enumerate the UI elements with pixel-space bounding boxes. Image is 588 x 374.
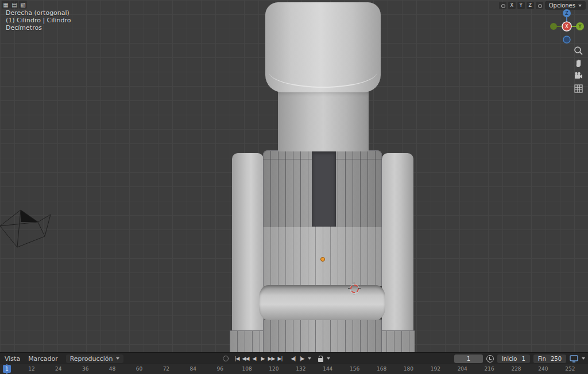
ruler-frame-label: 240 <box>538 366 548 372</box>
prev-keyframe-button[interactable]: ◀◀ <box>242 354 249 363</box>
axis-x-button[interactable]: X <box>508 2 516 9</box>
view-orientation-label: Derecha (ortogonal) <box>6 9 71 17</box>
next-frame-button[interactable]: |▶ <box>298 354 305 363</box>
ruler-frame-label: 168 <box>377 366 386 372</box>
play-button[interactable]: ▶ <box>259 354 266 363</box>
timeline-menus: Vista Marcador Reproducción <box>5 353 123 364</box>
playhead[interactable]: 1 <box>3 365 11 373</box>
current-frame-field[interactable]: 1 <box>454 354 483 363</box>
ruler-frame-label: 72 <box>163 366 169 372</box>
timeline-ruler[interactable]: 1224364860728496108120132144156168180192… <box>0 364 588 374</box>
ruler-frame-label: 84 <box>190 366 196 372</box>
ruler-frame-label: 108 <box>242 366 252 372</box>
ruler-frame-label: 192 <box>431 366 440 372</box>
model-arm-left[interactable] <box>232 153 264 351</box>
play-reverse-button[interactable]: ◀ <box>250 354 258 363</box>
jump-to-end-button[interactable]: ▶| <box>276 354 284 363</box>
blender-window: ▦ ▤ ▧ Derecha (ortogonal) (1) Cilindro |… <box>0 0 588 374</box>
ruler-frame-label: 120 <box>269 366 278 372</box>
snap-icon[interactable] <box>536 2 543 9</box>
zoom-icon[interactable] <box>574 46 583 56</box>
ruler-frame-label: 132 <box>296 366 305 372</box>
jump-to-start-button[interactable]: |◀ <box>233 354 241 363</box>
units-label: Decímetros <box>6 24 71 32</box>
model-neck-cylinder[interactable] <box>278 90 369 151</box>
cursor-3d[interactable] <box>349 283 359 294</box>
ruler-frame-label: 96 <box>216 366 223 372</box>
viewport-overlay-text: Derecha (ortogonal) (1) Cilindro | Cilin… <box>6 9 71 32</box>
model-body-mesh-low[interactable] <box>263 320 382 352</box>
model-arm-right[interactable] <box>382 153 413 351</box>
ruler-frame-label: 144 <box>323 366 332 372</box>
ruler-frame-label: 216 <box>485 366 494 372</box>
ruler-frame-label: 36 <box>82 366 88 372</box>
axis-z-button[interactable]: Z <box>527 2 534 9</box>
pan-hand-icon[interactable] <box>574 59 583 68</box>
ruler-frame-label: 48 <box>109 366 115 372</box>
chevron-down-icon <box>116 357 119 360</box>
clock-icon[interactable] <box>486 355 494 363</box>
start-frame-field[interactable]: Inicio 1 <box>497 354 530 363</box>
end-frame-field[interactable]: Fin 250 <box>533 354 566 363</box>
grid-toggle-icon[interactable] <box>574 84 583 94</box>
masks-icon[interactable]: ▧ <box>19 1 27 9</box>
playback-controls: |◀◀◀◀▶▶▶▶| ◀||▶ <box>223 353 330 364</box>
model-collar-ring[interactable] <box>259 285 385 320</box>
ruler-frame-label: 156 <box>350 366 359 372</box>
next-keyframe-button[interactable]: ▶▶ <box>268 354 275 363</box>
axis-y-button[interactable]: Y <box>517 2 525 9</box>
end-value: 250 <box>551 356 562 362</box>
ruler-frame-label: 252 <box>565 366 575 372</box>
menu-vista[interactable]: Vista <box>5 355 20 363</box>
wireframe-object[interactable] <box>0 202 53 252</box>
end-label: Fin <box>538 356 546 362</box>
reproduccion-label: Reproducción <box>70 355 113 363</box>
auto-keying-icon[interactable] <box>223 356 229 361</box>
editor-icons-group: ▦ ▤ ▧ <box>2 1 27 9</box>
menu-reproduccion[interactable]: Reproducción <box>66 354 124 363</box>
viewport-side-tools <box>574 46 583 94</box>
chevron-down-icon[interactable] <box>308 357 311 360</box>
editor-type-icon[interactable]: ▦ <box>2 1 10 9</box>
ruler-frame-label: 228 <box>511 366 521 372</box>
ruler-frame-label: 24 <box>55 366 61 372</box>
frame-range-controls: 1 Inicio 1 Fin 250 <box>454 353 585 364</box>
gizmo-z-negative-ball[interactable] <box>563 36 570 43</box>
navigation-gizmo[interactable]: Z Y X <box>548 8 585 45</box>
ruler-frame-label: 12 <box>28 366 34 372</box>
svg-text:Z: Z <box>565 11 568 16</box>
svg-text:X: X <box>565 24 568 29</box>
frame-step-buttons: ◀||▶ <box>289 354 305 363</box>
chevron-down-icon <box>578 5 582 7</box>
gizmo-y-negative-ball[interactable] <box>550 23 557 30</box>
camera-view-icon[interactable] <box>574 71 583 81</box>
timeline-header: Vista Marcador Reproducción |◀◀◀◀▶▶▶▶| ◀… <box>0 352 588 364</box>
model-dark-slot[interactable] <box>312 151 336 227</box>
chevron-down-icon[interactable] <box>327 357 330 360</box>
lock-icon[interactable] <box>318 358 323 362</box>
menu-marcador[interactable]: Marcador <box>28 355 58 363</box>
start-value: 1 <box>521 356 525 362</box>
object-origin-dot <box>320 257 325 262</box>
ruler-frame-label: 180 <box>404 366 413 372</box>
display-icon[interactable] <box>570 355 578 363</box>
chevron-down-icon[interactable] <box>582 357 585 360</box>
viewport-3d[interactable]: ▦ ▤ ▧ Derecha (ortogonal) (1) Cilindro |… <box>0 0 588 352</box>
active-object-label: (1) Cilindro | Cilindro <box>6 17 71 24</box>
ruler-frame-label: 60 <box>136 366 142 372</box>
ruler-frame-label: 204 <box>458 366 467 372</box>
view-layer-icon[interactable]: ▤ <box>10 1 18 9</box>
prev-frame-button[interactable]: ◀| <box>289 354 297 363</box>
playback-buttons: |◀◀◀◀▶▶▶▶| <box>233 354 284 363</box>
svg-text:Y: Y <box>578 24 582 29</box>
gizmo-toggle-icon[interactable] <box>499 2 506 9</box>
model-top-cap[interactable] <box>265 2 381 92</box>
start-label: Inicio <box>502 356 517 362</box>
